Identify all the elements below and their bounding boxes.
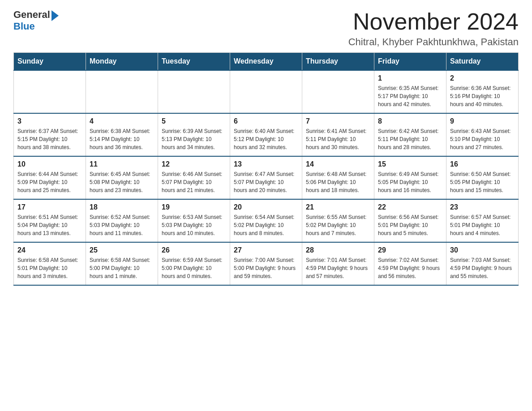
location-subtitle: Chitral, Khyber Pakhtunkhwa, Pakistan: [348, 36, 519, 48]
day-number: 11: [90, 160, 154, 168]
day-number: 2: [450, 74, 515, 82]
day-number: 28: [306, 246, 370, 254]
calendar-cell: [302, 70, 374, 113]
calendar-cell: [86, 70, 158, 113]
calendar-cell: 18Sunrise: 6:52 AM Sunset: 5:03 PM Dayli…: [86, 199, 158, 242]
day-info: Sunrise: 6:37 AM Sunset: 5:15 PM Dayligh…: [17, 127, 82, 151]
column-header-monday: Monday: [86, 53, 158, 71]
day-number: 25: [90, 246, 154, 254]
day-number: 8: [378, 117, 442, 125]
calendar-cell: 16Sunrise: 6:50 AM Sunset: 5:05 PM Dayli…: [446, 156, 519, 199]
day-number: 4: [90, 117, 154, 125]
calendar-cell: 8Sunrise: 6:42 AM Sunset: 5:11 PM Daylig…: [374, 113, 446, 156]
day-number: 9: [450, 117, 515, 125]
day-number: 5: [162, 117, 226, 125]
column-header-thursday: Thursday: [302, 53, 374, 71]
day-number: 7: [306, 117, 370, 125]
title-block: November 2024 Chitral, Khyber Pakhtunkhw…: [348, 9, 519, 48]
calendar-cell: 29Sunrise: 7:02 AM Sunset: 4:59 PM Dayli…: [374, 242, 446, 285]
day-number: 24: [17, 246, 82, 254]
calendar-cell: 23Sunrise: 6:57 AM Sunset: 5:01 PM Dayli…: [446, 199, 519, 242]
day-number: 29: [378, 246, 442, 254]
calendar-header-row: SundayMondayTuesdayWednesdayThursdayFrid…: [14, 53, 519, 71]
calendar-cell: 22Sunrise: 6:56 AM Sunset: 5:01 PM Dayli…: [374, 199, 446, 242]
logo-general-text: General: [13, 9, 50, 21]
day-info: Sunrise: 6:58 AM Sunset: 5:00 PM Dayligh…: [90, 256, 154, 280]
calendar-cell: 14Sunrise: 6:48 AM Sunset: 5:06 PM Dayli…: [302, 156, 374, 199]
calendar-table: SundayMondayTuesdayWednesdayThursdayFrid…: [13, 52, 519, 286]
calendar-cell: 1Sunrise: 6:35 AM Sunset: 5:17 PM Daylig…: [374, 70, 446, 113]
day-info: Sunrise: 6:46 AM Sunset: 5:07 PM Dayligh…: [162, 170, 226, 194]
calendar-cell: 9Sunrise: 6:43 AM Sunset: 5:10 PM Daylig…: [446, 113, 519, 156]
day-number: 18: [90, 203, 154, 211]
day-info: Sunrise: 6:53 AM Sunset: 5:03 PM Dayligh…: [162, 213, 226, 237]
calendar-cell: 24Sunrise: 6:58 AM Sunset: 5:01 PM Dayli…: [14, 242, 86, 285]
calendar-cell: [158, 70, 230, 113]
calendar-cell: 27Sunrise: 7:00 AM Sunset: 5:00 PM Dayli…: [230, 242, 302, 285]
column-header-saturday: Saturday: [446, 53, 519, 71]
day-number: 19: [162, 203, 226, 211]
calendar-cell: 21Sunrise: 6:55 AM Sunset: 5:02 PM Dayli…: [302, 199, 374, 242]
day-info: Sunrise: 6:36 AM Sunset: 5:16 PM Dayligh…: [450, 84, 515, 108]
day-info: Sunrise: 6:49 AM Sunset: 5:05 PM Dayligh…: [378, 170, 442, 194]
calendar-cell: 26Sunrise: 6:59 AM Sunset: 5:00 PM Dayli…: [158, 242, 230, 285]
calendar-cell: 10Sunrise: 6:44 AM Sunset: 5:09 PM Dayli…: [14, 156, 86, 199]
day-number: 10: [17, 160, 82, 168]
day-info: Sunrise: 6:42 AM Sunset: 5:11 PM Dayligh…: [378, 127, 442, 151]
day-number: 27: [234, 246, 298, 254]
calendar-cell: 28Sunrise: 7:01 AM Sunset: 4:59 PM Dayli…: [302, 242, 374, 285]
column-header-sunday: Sunday: [14, 53, 86, 71]
day-info: Sunrise: 7:03 AM Sunset: 4:59 PM Dayligh…: [450, 256, 515, 280]
day-info: Sunrise: 6:50 AM Sunset: 5:05 PM Dayligh…: [450, 170, 515, 194]
calendar-cell: 7Sunrise: 6:41 AM Sunset: 5:11 PM Daylig…: [302, 113, 374, 156]
day-info: Sunrise: 6:51 AM Sunset: 5:04 PM Dayligh…: [17, 213, 82, 237]
day-number: 12: [162, 160, 226, 168]
day-info: Sunrise: 6:48 AM Sunset: 5:06 PM Dayligh…: [306, 170, 370, 194]
calendar-cell: 6Sunrise: 6:40 AM Sunset: 5:12 PM Daylig…: [230, 113, 302, 156]
calendar-week-row: 3Sunrise: 6:37 AM Sunset: 5:15 PM Daylig…: [14, 113, 519, 156]
day-info: Sunrise: 6:45 AM Sunset: 5:08 PM Dayligh…: [90, 170, 154, 194]
day-number: 15: [378, 160, 442, 168]
day-number: 14: [306, 160, 370, 168]
calendar-cell: 2Sunrise: 6:36 AM Sunset: 5:16 PM Daylig…: [446, 70, 519, 113]
calendar-cell: 5Sunrise: 6:39 AM Sunset: 5:13 PM Daylig…: [158, 113, 230, 156]
column-header-tuesday: Tuesday: [158, 53, 230, 71]
day-number: 26: [162, 246, 226, 254]
calendar-week-row: 24Sunrise: 6:58 AM Sunset: 5:01 PM Dayli…: [14, 242, 519, 285]
calendar-cell: 15Sunrise: 6:49 AM Sunset: 5:05 PM Dayli…: [374, 156, 446, 199]
day-info: Sunrise: 6:39 AM Sunset: 5:13 PM Dayligh…: [162, 127, 226, 151]
day-info: Sunrise: 6:44 AM Sunset: 5:09 PM Dayligh…: [17, 170, 82, 194]
calendar-week-row: 1Sunrise: 6:35 AM Sunset: 5:17 PM Daylig…: [14, 70, 519, 113]
day-info: Sunrise: 7:01 AM Sunset: 4:59 PM Dayligh…: [306, 256, 370, 280]
day-info: Sunrise: 6:59 AM Sunset: 5:00 PM Dayligh…: [162, 256, 226, 280]
calendar-cell: 20Sunrise: 6:54 AM Sunset: 5:02 PM Dayli…: [230, 199, 302, 242]
calendar-cell: 12Sunrise: 6:46 AM Sunset: 5:07 PM Dayli…: [158, 156, 230, 199]
day-number: 21: [306, 203, 370, 211]
day-number: 3: [17, 117, 82, 125]
calendar-cell: 17Sunrise: 6:51 AM Sunset: 5:04 PM Dayli…: [14, 199, 86, 242]
calendar-cell: 13Sunrise: 6:47 AM Sunset: 5:07 PM Dayli…: [230, 156, 302, 199]
day-number: 20: [234, 203, 298, 211]
column-header-friday: Friday: [374, 53, 446, 71]
logo-arrow-icon: [51, 10, 59, 21]
day-number: 13: [234, 160, 298, 168]
day-info: Sunrise: 7:02 AM Sunset: 4:59 PM Dayligh…: [378, 256, 442, 280]
day-number: 30: [450, 246, 515, 254]
day-number: 22: [378, 203, 442, 211]
calendar-cell: 3Sunrise: 6:37 AM Sunset: 5:15 PM Daylig…: [14, 113, 86, 156]
day-info: Sunrise: 6:58 AM Sunset: 5:01 PM Dayligh…: [17, 256, 82, 280]
day-info: Sunrise: 6:55 AM Sunset: 5:02 PM Dayligh…: [306, 213, 370, 237]
page-header: General Blue November 2024 Chitral, Khyb…: [13, 9, 519, 48]
day-number: 6: [234, 117, 298, 125]
day-number: 17: [17, 203, 82, 211]
day-info: Sunrise: 6:56 AM Sunset: 5:01 PM Dayligh…: [378, 213, 442, 237]
day-number: 16: [450, 160, 515, 168]
day-info: Sunrise: 6:40 AM Sunset: 5:12 PM Dayligh…: [234, 127, 298, 151]
day-info: Sunrise: 6:47 AM Sunset: 5:07 PM Dayligh…: [234, 170, 298, 194]
day-info: Sunrise: 6:41 AM Sunset: 5:11 PM Dayligh…: [306, 127, 370, 151]
calendar-cell: [230, 70, 302, 113]
day-info: Sunrise: 6:35 AM Sunset: 5:17 PM Dayligh…: [378, 84, 442, 108]
day-info: Sunrise: 6:54 AM Sunset: 5:02 PM Dayligh…: [234, 213, 298, 237]
day-info: Sunrise: 6:43 AM Sunset: 5:10 PM Dayligh…: [450, 127, 515, 151]
calendar-week-row: 17Sunrise: 6:51 AM Sunset: 5:04 PM Dayli…: [14, 199, 519, 242]
